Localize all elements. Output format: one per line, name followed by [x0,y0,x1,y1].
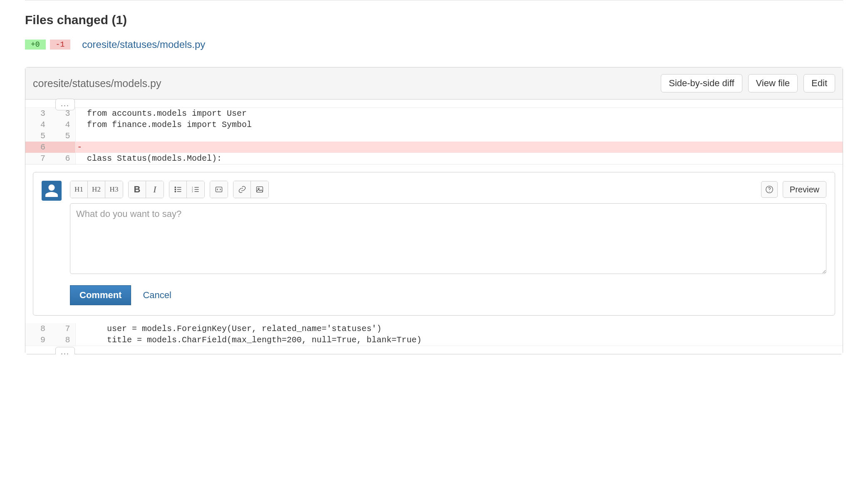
svg-point-0 [175,187,176,188]
code-content [84,130,843,142]
diff-line[interactable]: 76class Status(models.Model): [25,153,843,164]
code-content [84,142,843,153]
comment-textarea[interactable] [70,203,826,274]
diff-sign [75,153,84,164]
link-button[interactable] [233,181,251,198]
link-icon [238,185,246,194]
code-content: from finance.models import Symbol [84,119,843,130]
svg-text:3: 3 [192,190,193,193]
image-icon [255,185,264,194]
svg-rect-12 [216,187,222,192]
new-line-number [50,142,75,153]
diff-line[interactable]: 98 title = models.CharField(max_length=2… [25,334,843,346]
diff-table: 87 user = models.ForeignKey(User, relate… [25,323,843,346]
diff-line[interactable]: 33from accounts.models import User [25,108,843,119]
code-content: class Status(models.Model): [84,153,843,164]
new-line-number: 6 [50,153,75,164]
heading3-button[interactable]: H3 [105,181,123,198]
diff-table: 33from accounts.models import User44from… [25,108,843,164]
image-button[interactable] [251,181,268,198]
old-line-number: 3 [25,108,50,119]
bold-button[interactable]: B [129,181,146,198]
user-icon [44,183,59,198]
diff-sign [75,119,84,130]
code-content: user = models.ForeignKey(User, related_n… [84,323,843,334]
avatar [42,181,62,201]
unordered-list-button[interactable] [169,181,187,198]
old-line-number: 5 [25,130,50,142]
new-line-number: 8 [50,334,75,346]
preview-button[interactable]: Preview [783,181,826,198]
diff-line[interactable]: 44from finance.models import Symbol [25,119,843,130]
heading1-button[interactable]: H1 [70,181,88,198]
old-line-number: 8 [25,323,50,334]
diff-container: coresite/statuses/models.py Side-by-side… [25,67,843,354]
help-button[interactable] [761,181,778,198]
diff-line[interactable]: 87 user = models.ForeignKey(User, relate… [25,323,843,334]
expand-context-bottom: ... [25,346,843,354]
code-button[interactable] [210,181,228,198]
old-line-number: 9 [25,334,50,346]
diff-line[interactable]: 6- [25,142,843,153]
file-path-link[interactable]: coresite/statuses/models.py [82,39,205,50]
heading2-button[interactable]: H2 [88,181,105,198]
code-content: title = models.CharField(max_length=200,… [84,334,843,346]
diff-sign [75,334,84,346]
svg-point-2 [175,189,176,190]
diff-line[interactable]: 55 [25,130,843,142]
side-by-side-button[interactable]: Side-by-side diff [661,74,742,92]
diff-sign [75,323,84,334]
files-changed-heading: Files changed (1) [25,13,843,27]
help-icon [765,185,774,194]
svg-point-4 [175,191,176,192]
svg-rect-13 [257,187,263,192]
code-content: from accounts.models import User [84,108,843,119]
new-line-number: 4 [50,119,75,130]
expand-context-button[interactable]: ... [55,347,75,354]
ordered-list-button[interactable]: 123 [187,181,204,198]
diff-sign [75,130,84,142]
cancel-comment-button[interactable]: Cancel [139,286,174,305]
svg-point-16 [769,191,770,192]
inline-comment-panel: H1 H2 H3 B I 123 [25,164,843,323]
diff-file-header: coresite/statuses/models.py Side-by-side… [25,67,843,100]
file-summary: +0 -1 coresite/statuses/models.py [25,39,843,50]
additions-badge: +0 [25,40,46,50]
new-line-number: 5 [50,130,75,142]
italic-button[interactable]: I [146,181,164,198]
diff-sign [75,108,84,119]
editor-toolbar: H1 H2 H3 B I 123 [70,181,826,198]
diff-sign: - [75,142,84,153]
submit-comment-button[interactable]: Comment [70,285,131,305]
diff-file-path: coresite/statuses/models.py [33,77,161,90]
old-line-number: 4 [25,119,50,130]
old-line-number: 6 [25,142,50,153]
new-line-number: 7 [50,323,75,334]
old-line-number: 7 [25,153,50,164]
code-icon [215,185,223,194]
expand-context-top: ... [25,100,843,108]
edit-file-button[interactable]: Edit [804,74,835,92]
expand-context-button[interactable]: ... [55,99,75,110]
deletions-badge: -1 [50,40,71,50]
list-ul-icon [174,185,182,194]
list-ol-icon: 123 [191,185,200,194]
view-file-button[interactable]: View file [748,74,798,92]
